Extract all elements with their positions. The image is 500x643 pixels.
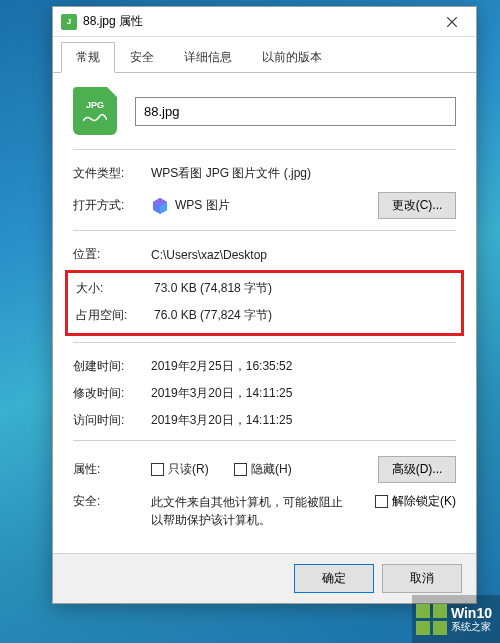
security-label: 安全:	[73, 493, 151, 510]
row-openwith: 打开方式: WPS 图片 更改(C)...	[73, 187, 456, 224]
checkbox-icon	[375, 495, 388, 508]
accessed-label: 访问时间:	[73, 412, 151, 429]
row-modified: 修改时间: 2019年3月20日，14:11:25	[73, 380, 456, 407]
window-title: 88.jpg 属性	[83, 13, 432, 30]
checkbox-icon	[151, 463, 164, 476]
size-label: 大小:	[76, 280, 154, 297]
file-ext-label: JPG	[86, 100, 104, 110]
file-header: JPG 88.jpg	[73, 87, 456, 135]
separator	[73, 440, 456, 441]
watermark-line2: 系统之家	[451, 621, 492, 632]
location-label: 位置:	[73, 246, 151, 263]
created-label: 创建时间:	[73, 358, 151, 375]
openwith-value: WPS 图片	[175, 197, 230, 214]
site-watermark: Win10 系统之家	[412, 595, 500, 643]
titlebar-icon: J	[61, 14, 77, 30]
tab-details[interactable]: 详细信息	[169, 42, 247, 73]
row-filetype: 文件类型: WPS看图 JPG 图片文件 (.jpg)	[73, 160, 456, 187]
tab-security[interactable]: 安全	[115, 42, 169, 73]
wps-icon	[151, 197, 169, 215]
accessed-value: 2019年3月20日，14:11:25	[151, 412, 456, 429]
row-attributes: 属性: 只读(R) 隐藏(H) 高级(D)...	[73, 451, 456, 488]
properties-dialog: J 88.jpg 属性 常规 安全 详细信息 以前的版本 JPG 88.jpg …	[52, 6, 477, 604]
hidden-checkbox[interactable]: 隐藏(H)	[234, 461, 292, 478]
hidden-label: 隐藏(H)	[251, 461, 292, 478]
close-icon	[447, 17, 457, 27]
sizeondisk-value: 76.0 KB (77,824 字节)	[154, 307, 453, 324]
unblock-checkbox[interactable]: 解除锁定(K)	[375, 493, 456, 510]
image-wave-icon	[83, 113, 107, 123]
row-size: 大小: 73.0 KB (74,818 字节)	[76, 275, 453, 302]
separator	[73, 342, 456, 343]
separator	[73, 230, 456, 231]
separator	[73, 149, 456, 150]
cancel-button[interactable]: 取消	[382, 564, 462, 593]
windows-logo-icon	[416, 604, 447, 635]
row-accessed: 访问时间: 2019年3月20日，14:11:25	[73, 407, 456, 434]
attributes-label: 属性:	[73, 461, 151, 478]
created-value: 2019年2月25日，16:35:52	[151, 358, 456, 375]
modified-label: 修改时间:	[73, 385, 151, 402]
modified-value: 2019年3月20日，14:11:25	[151, 385, 456, 402]
row-location: 位置: C:\Users\xaz\Desktop	[73, 241, 456, 268]
filetype-label: 文件类型:	[73, 165, 151, 182]
filetype-value: WPS看图 JPG 图片文件 (.jpg)	[151, 165, 456, 182]
openwith-label: 打开方式:	[73, 197, 151, 214]
ok-button[interactable]: 确定	[294, 564, 374, 593]
advanced-button[interactable]: 高级(D)...	[378, 456, 456, 483]
filename-input[interactable]: 88.jpg	[135, 97, 456, 126]
tab-bar: 常规 安全 详细信息 以前的版本	[53, 37, 476, 73]
security-text-line1: 此文件来自其他计算机，可能被阻止	[151, 495, 343, 509]
tab-previous-versions[interactable]: 以前的版本	[247, 42, 337, 73]
tab-content: JPG 88.jpg 文件类型: WPS看图 JPG 图片文件 (.jpg) 打…	[53, 73, 476, 544]
sizeondisk-label: 占用空间:	[76, 307, 154, 324]
readonly-label: 只读(R)	[168, 461, 209, 478]
titlebar[interactable]: J 88.jpg 属性	[53, 7, 476, 37]
readonly-checkbox[interactable]: 只读(R)	[151, 461, 209, 478]
row-sizeondisk: 占用空间: 76.0 KB (77,824 字节)	[76, 302, 453, 329]
size-highlight-annotation: 大小: 73.0 KB (74,818 字节) 占用空间: 76.0 KB (7…	[65, 270, 464, 336]
watermark-line1: Win10	[451, 606, 492, 621]
security-text-line2: 以帮助保护该计算机。	[151, 513, 271, 527]
unblock-label: 解除锁定(K)	[392, 493, 456, 510]
change-button[interactable]: 更改(C)...	[378, 192, 456, 219]
security-text: 此文件来自其他计算机，可能被阻止 以帮助保护该计算机。	[151, 493, 375, 529]
close-button[interactable]	[432, 9, 472, 35]
size-value: 73.0 KB (74,818 字节)	[154, 280, 453, 297]
row-security: 安全: 此文件来自其他计算机，可能被阻止 以帮助保护该计算机。 解除锁定(K)	[73, 488, 456, 534]
location-value: C:\Users\xaz\Desktop	[151, 248, 456, 262]
checkbox-icon	[234, 463, 247, 476]
tab-general[interactable]: 常规	[61, 42, 115, 73]
row-created: 创建时间: 2019年2月25日，16:35:52	[73, 353, 456, 380]
file-type-icon: JPG	[73, 87, 117, 135]
